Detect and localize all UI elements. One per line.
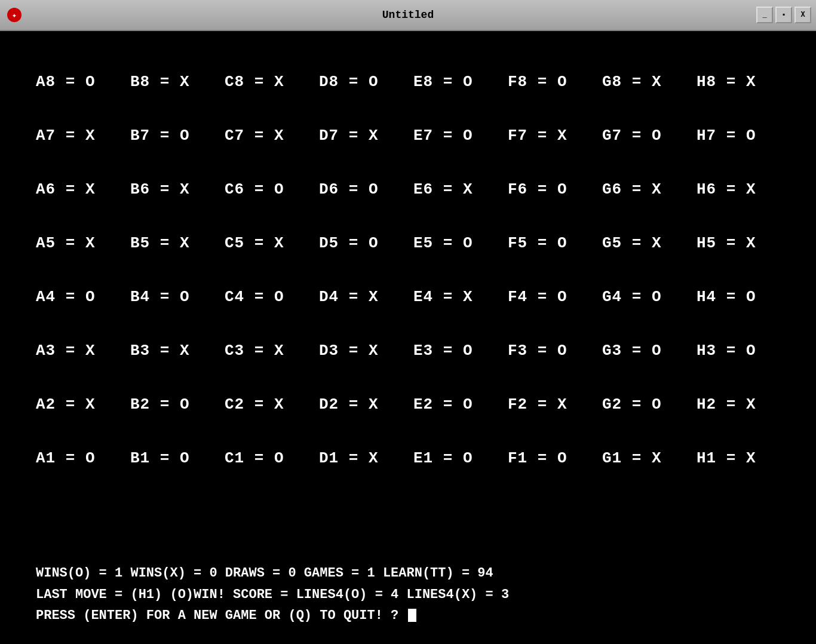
cell-2-3: D6 = O xyxy=(319,180,403,198)
cell-1-7: H7 = O xyxy=(697,127,780,145)
cell-3-1: B5 = X xyxy=(130,234,214,252)
app-icon: ✦ xyxy=(7,8,22,22)
cell-4-1: B4 = O xyxy=(130,288,214,306)
cell-1-6: G7 = O xyxy=(602,127,686,145)
cell-2-2: C6 = O xyxy=(225,180,308,198)
board-row-6: A2 = XB2 = OC2 = XD2 = XE2 = OF2 = XG2 =… xyxy=(36,378,780,431)
cell-6-3: D2 = X xyxy=(319,395,403,413)
cell-6-5: F2 = X xyxy=(508,395,591,413)
cell-4-0: A4 = O xyxy=(36,288,119,306)
cell-6-4: E2 = O xyxy=(413,395,497,413)
cell-7-2: C1 = O xyxy=(225,449,308,467)
cell-3-2: C5 = X xyxy=(225,234,308,252)
status-line-1: WINS(O) = 1 WINS(X) = 0 DRAWS = 0 GAMES … xyxy=(36,563,780,584)
cell-5-7: H3 = O xyxy=(697,342,780,360)
cell-5-5: F3 = O xyxy=(508,342,591,360)
cell-4-4: E4 = X xyxy=(413,288,497,306)
cell-7-4: E1 = O xyxy=(413,449,497,467)
main-content: A8 = OB8 = XC8 = XD8 = OE8 = OF8 = OG8 =… xyxy=(0,31,816,644)
cursor-blink xyxy=(408,609,416,622)
cell-0-5: F8 = O xyxy=(508,73,591,91)
window-controls: _ ▪ X xyxy=(756,7,811,23)
cell-6-1: B2 = O xyxy=(130,395,214,413)
cell-6-0: A2 = X xyxy=(36,395,119,413)
board-row-7: A1 = OB1 = OC1 = OD1 = XE1 = OF1 = OG1 =… xyxy=(36,431,780,485)
cell-5-0: A3 = X xyxy=(36,342,119,360)
cell-0-0: A8 = O xyxy=(36,73,119,91)
board-row-4: A4 = OB4 = OC4 = OD4 = XE4 = XF4 = OG4 =… xyxy=(36,270,780,324)
cell-3-0: A5 = X xyxy=(36,234,119,252)
cell-3-3: D5 = O xyxy=(319,234,403,252)
cell-6-6: G2 = O xyxy=(602,395,686,413)
cell-2-5: F6 = O xyxy=(508,180,591,198)
cell-7-3: D1 = X xyxy=(319,449,403,467)
board-row-3: A5 = XB5 = XC5 = XD5 = OE5 = OF5 = OG5 =… xyxy=(36,216,780,270)
cell-1-3: D7 = X xyxy=(319,127,403,145)
cell-3-5: F5 = O xyxy=(508,234,591,252)
cell-1-5: F7 = X xyxy=(508,127,591,145)
cell-4-3: D4 = X xyxy=(319,288,403,306)
cell-2-7: H6 = X xyxy=(697,180,780,198)
cell-0-4: E8 = O xyxy=(413,73,497,91)
cell-1-4: E7 = O xyxy=(413,127,497,145)
cell-1-0: A7 = X xyxy=(36,127,119,145)
board-row-2: A6 = XB6 = XC6 = OD6 = OE6 = XF6 = OG6 =… xyxy=(36,162,780,216)
cell-4-6: G4 = O xyxy=(602,288,686,306)
cell-4-2: C4 = O xyxy=(225,288,308,306)
close-button[interactable]: X xyxy=(794,7,811,23)
cell-0-1: B8 = X xyxy=(130,73,214,91)
cell-3-4: E5 = O xyxy=(413,234,497,252)
cell-5-3: D3 = X xyxy=(319,342,403,360)
cell-6-7: H2 = X xyxy=(697,395,780,413)
cell-2-0: A6 = X xyxy=(36,180,119,198)
cell-3-7: H5 = X xyxy=(697,234,780,252)
cell-2-6: G6 = X xyxy=(602,180,686,198)
cell-7-7: H1 = X xyxy=(697,449,780,467)
cell-1-2: C7 = X xyxy=(225,127,308,145)
status-line-2: LAST MOVE = (H1) (O)WIN! SCORE = LINES4(… xyxy=(36,584,780,605)
cell-2-4: E6 = X xyxy=(413,180,497,198)
cell-0-7: H8 = X xyxy=(697,73,780,91)
board-row-1: A7 = XB7 = OC7 = XD7 = XE7 = OF7 = XG7 =… xyxy=(36,109,780,162)
cell-4-7: H4 = O xyxy=(697,288,780,306)
board-grid: A8 = OB8 = XC8 = XD8 = OE8 = OF8 = OG8 =… xyxy=(36,55,780,545)
cell-3-6: G5 = X xyxy=(602,234,686,252)
cell-7-6: G1 = X xyxy=(602,449,686,467)
cell-7-0: A1 = O xyxy=(36,449,119,467)
cell-0-6: G8 = X xyxy=(602,73,686,91)
cell-7-1: B1 = O xyxy=(130,449,214,467)
cell-2-1: B6 = X xyxy=(130,180,214,198)
cell-5-1: B3 = X xyxy=(130,342,214,360)
cell-5-4: E3 = O xyxy=(413,342,497,360)
cell-4-5: F4 = O xyxy=(508,288,591,306)
cell-0-2: C8 = X xyxy=(225,73,308,91)
board-row-5: A3 = XB3 = XC3 = XD3 = XE3 = OF3 = OG3 =… xyxy=(36,324,780,378)
cell-5-2: C3 = X xyxy=(225,342,308,360)
cell-6-2: C2 = X xyxy=(225,395,308,413)
cell-1-1: B7 = O xyxy=(130,127,214,145)
cell-0-3: D8 = O xyxy=(319,73,403,91)
restore-button[interactable]: ▪ xyxy=(775,7,792,23)
cell-7-5: F1 = O xyxy=(508,449,591,467)
cell-5-6: G3 = O xyxy=(602,342,686,360)
title-bar: ✦ Untitled _ ▪ X xyxy=(0,0,816,31)
status-area: WINS(O) = 1 WINS(X) = 0 DRAWS = 0 GAMES … xyxy=(36,557,780,626)
minimize-button[interactable]: _ xyxy=(756,7,773,23)
app-icon-container: ✦ xyxy=(5,5,24,24)
window-title: Untitled xyxy=(382,9,434,21)
board-row-0: A8 = OB8 = XC8 = XD8 = OE8 = OF8 = OG8 =… xyxy=(36,55,780,109)
status-line-3: PRESS (ENTER) FOR A NEW GAME OR (Q) TO Q… xyxy=(36,605,780,626)
